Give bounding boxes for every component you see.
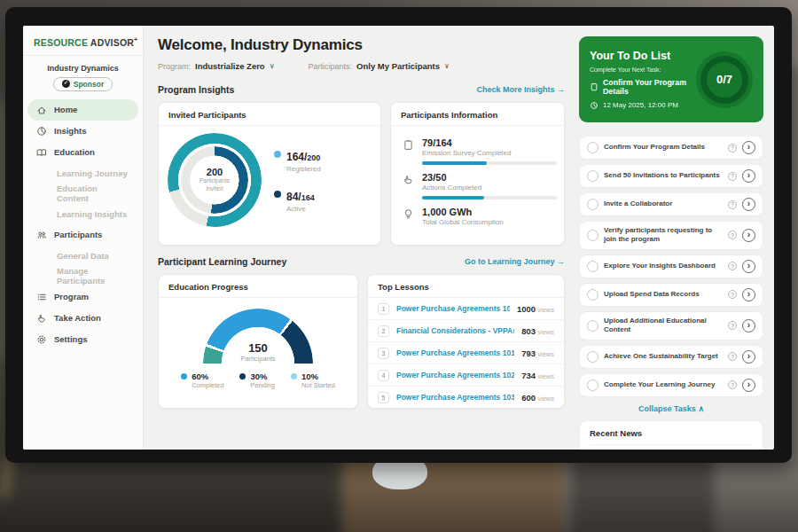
invited-card-body: 200 Participants Invited [159, 126, 380, 234]
help-icon[interactable]: ? [728, 231, 737, 239]
help-icon[interactable]: ? [728, 262, 737, 270]
participants-dropdown[interactable]: Participants: Only My Participants ∨ [309, 61, 450, 71]
chevron-right-icon[interactable]: › [742, 350, 755, 364]
sidebar-item-general-data[interactable]: General Data [27, 246, 138, 266]
lesson-views-count: 803 [521, 326, 536, 336]
task-label: Send 50 Invitations to Participants [604, 171, 723, 180]
registered-dot-icon [274, 151, 281, 158]
task-label: Explore Your Insights Dashboard [604, 262, 723, 270]
sidebar-item-participants[interactable]: Participants [27, 224, 138, 246]
stat-value: 23/50 [422, 172, 557, 183]
sidebar-item-learning-insights[interactable]: Learning Insights [27, 204, 138, 224]
sidebar-item-label: Take Action [54, 313, 101, 323]
chevron-right-icon[interactable]: › [742, 379, 755, 392]
help-icon[interactable]: ? [728, 200, 737, 209]
help-icon[interactable]: ? [728, 290, 737, 299]
sidebar-item-settings[interactable]: Settings [27, 329, 138, 350]
go-to-learning-journey-link[interactable]: Go to Learning Journey → [465, 257, 565, 266]
task-row-upload-spend-data[interactable]: Upload Spend Data Records ? › [579, 283, 763, 307]
task-row-upload-educational-content[interactable]: Upload Additional Educational Content ? … [579, 311, 763, 340]
dashboard-screen: RESOURCE ADVISOR+ Industry Dynamics Spon… [23, 26, 774, 450]
task-label: Verify participants requesting to join t… [604, 226, 723, 245]
sidebar-item-take-action[interactable]: Take Action [27, 308, 138, 329]
task-label: Upload Spend Data Records [604, 290, 723, 299]
lesson-title-link[interactable]: Power Purchase Agreements 101 [396, 348, 514, 357]
collapse-tasks-link[interactable]: Collapse Tasks ∧ [579, 404, 763, 413]
chevron-right-icon[interactable]: › [742, 229, 755, 242]
insights-cards-row: Invited Participants 200 Participants In… [158, 102, 565, 246]
lesson-title-link[interactable]: Power Purchase Agreements 101 [396, 304, 510, 313]
background-vignette [0, 483, 798, 532]
education-card-body: 150 Participants 60% Completed [159, 298, 357, 393]
todo-progress-ring: 0/7 [700, 56, 748, 104]
sidebar-item-learning-journey[interactable]: Learning Journey [27, 163, 138, 184]
section-title: Program Insights [158, 84, 234, 95]
education-gauge-chart: 150 Participants [203, 309, 313, 364]
help-icon[interactable]: ? [728, 352, 737, 361]
task-checkbox[interactable] [587, 351, 598, 363]
program-dropdown[interactable]: Program: Industrialize Zero ∨ [158, 61, 275, 71]
lesson-views-count: 793 [521, 348, 536, 358]
active-value: 84/ [286, 191, 301, 203]
task-checkbox[interactable] [587, 261, 598, 272]
help-icon[interactable]: ? [728, 321, 737, 330]
sidebar-item-education-content[interactable]: Education Content [27, 184, 138, 204]
task-checkbox[interactable] [587, 142, 598, 153]
sidebar-item-manage-participants[interactable]: Manage Participants [27, 266, 138, 286]
lesson-title-link[interactable]: Financial Considerations - VPPAs [396, 326, 514, 335]
action-hand-icon [403, 174, 414, 185]
chevron-right-icon[interactable]: › [742, 141, 755, 154]
registered-value: 164/ [286, 151, 307, 163]
task-row-invite-collaborator[interactable]: Invite a Collaborator ? › [579, 192, 763, 216]
task-checkbox[interactable] [587, 170, 598, 182]
brand-logo[interactable]: RESOURCE ADVISOR+ [23, 35, 143, 56]
sidebar-item-label: General Data [57, 251, 109, 261]
actions-completed-stat: 23/50 Actions Completed [403, 172, 552, 200]
pending-label: Pending [250, 381, 275, 389]
participants-information-card: Participants Information 79/164 Emission… [390, 102, 565, 246]
donut-legend: 164/200 Registered 84/164 Active [274, 148, 321, 213]
chevron-right-icon[interactable]: › [742, 319, 755, 332]
stat-label: Emission Survey Completed [422, 149, 557, 157]
gauge-center-value: 150 [203, 341, 313, 355]
sidebar-item-program[interactable]: Program [27, 286, 138, 308]
sidebar-item-home[interactable]: Home [27, 99, 138, 121]
task-checkbox[interactable] [587, 230, 598, 241]
sidebar-item-label: Home [54, 105, 77, 114]
task-row-send-invitations[interactable]: Send 50 Invitations to Participants ? › [579, 164, 763, 188]
donut-center-value: 200 [207, 167, 223, 177]
todo-subtitle: Complete Your Next Task: [590, 66, 696, 73]
sidebar-item-insights[interactable]: Insights [27, 121, 138, 142]
pending-dot-icon [239, 373, 246, 379]
task-row-verify-participants[interactable]: Verify participants requesting to join t… [579, 221, 763, 250]
lesson-title-link[interactable]: Power Purchase Agreements 102 [396, 371, 514, 379]
lesson-rank: 5 [378, 392, 389, 403]
task-checkbox[interactable] [587, 320, 598, 332]
gauge-center-label: Participants [203, 355, 313, 363]
task-row-confirm-program[interactable]: Confirm Your Program Details ? › [579, 136, 763, 160]
gear-icon [36, 334, 47, 345]
chevron-right-icon[interactable]: › [742, 288, 755, 301]
help-icon[interactable]: ? [728, 380, 737, 389]
task-label: Complete Your Learning Journey [604, 380, 723, 389]
chevron-right-icon[interactable]: › [742, 169, 755, 183]
education-progress-card: Education Progress 150 Participants [158, 274, 358, 409]
task-checkbox[interactable] [587, 379, 598, 391]
check-more-insights-link[interactable]: Check More Insights → [476, 85, 565, 94]
sidebar-item-education[interactable]: Education [27, 142, 138, 163]
hand-icon [36, 313, 47, 324]
lesson-title-link[interactable]: Power Purchase Agreements 103 [396, 393, 514, 402]
chevron-right-icon[interactable]: › [742, 260, 755, 273]
task-row-achieve-target[interactable]: Achieve One Sustainability Target ? › [579, 345, 763, 369]
chevron-right-icon[interactable]: › [742, 198, 755, 211]
lesson-views-suffix: views [536, 395, 554, 403]
help-icon[interactable]: ? [728, 144, 737, 153]
help-icon[interactable]: ? [728, 172, 737, 181]
task-checkbox[interactable] [587, 199, 598, 210]
learning-journey-header: Participant Learning Journey Go to Learn… [158, 256, 565, 267]
task-row-complete-learning-journey[interactable]: Complete Your Learning Journey ? › [579, 373, 763, 397]
card-title: Participants Information [391, 103, 564, 126]
task-checkbox[interactable] [587, 289, 598, 301]
task-row-explore-insights[interactable]: Explore Your Insights Dashboard ? › [579, 254, 763, 278]
invited-donut-chart: 200 Participants Invited [168, 133, 262, 227]
